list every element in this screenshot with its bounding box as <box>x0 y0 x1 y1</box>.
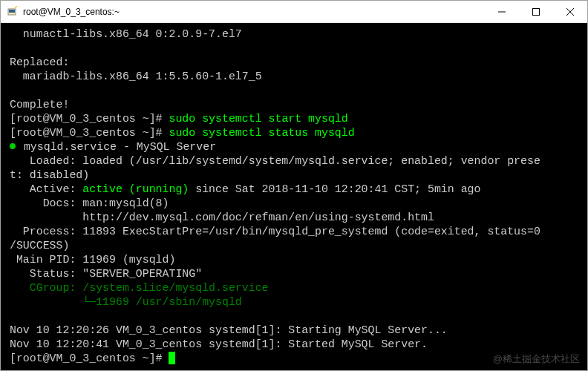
line: └─11969 /usr/sbin/mysqld <box>10 296 242 308</box>
svg-line-2 <box>15 6 17 8</box>
line: t: disabled) <box>10 169 89 181</box>
line: Nov 10 12:20:41 VM_0_3_centos systemd[1]… <box>10 338 428 350</box>
line: mysqld.service - MySQL Server <box>17 141 216 153</box>
line: since Sat 2018-11-10 12:20:41 CST; 5min … <box>189 183 480 195</box>
command: sudo systemctl status mysqld <box>169 127 354 139</box>
line: Active: <box>10 183 82 195</box>
prompt: [root@VM_0_3_centos ~]# <box>10 352 169 364</box>
line: Complete! <box>10 99 69 111</box>
svg-rect-4 <box>533 8 540 15</box>
terminal-output[interactable]: numactl-libs.x86_64 0:2.0.9-7.el7 Replac… <box>1 23 587 370</box>
line: Main PID: 11969 (mysqld) <box>10 254 175 266</box>
putty-icon <box>7 6 19 18</box>
maximize-button[interactable] <box>519 1 553 23</box>
command: sudo systemctl start mysqld <box>169 113 347 125</box>
line: /SUCCESS) <box>10 240 69 252</box>
line: Process: 11893 ExecStartPre=/usr/bin/mys… <box>10 226 540 237</box>
line: Nov 10 12:20:26 VM_0_3_centos systemd[1]… <box>10 324 448 336</box>
line: mariadb-libs.x86_64 1:5.5.60-1.el7_5 <box>10 70 262 82</box>
svg-rect-1 <box>9 10 15 13</box>
line: Loaded: loaded (/usr/lib/systemd/system/… <box>10 155 540 167</box>
line: Replaced: <box>10 56 69 68</box>
line: numactl-libs.x86_64 0:2.0.9-7.el7 <box>10 28 242 40</box>
window-controls <box>485 1 587 23</box>
window-frame: root@VM_0_3_centos:~ numactl-libs.x86_64… <box>0 0 588 371</box>
active-status: active (running) <box>82 183 189 195</box>
line: Docs: man:mysqld(8) <box>10 197 169 209</box>
line: http://dev.mysql.com/doc/refman/en/using… <box>10 211 434 223</box>
line: Status: "SERVER_OPERATING" <box>10 268 202 280</box>
minimize-button[interactable] <box>485 1 519 23</box>
status-bullet-icon <box>10 143 16 149</box>
close-button[interactable] <box>553 1 587 23</box>
window-title: root@VM_0_3_centos:~ <box>23 7 485 17</box>
prompt: [root@VM_0_3_centos ~]# <box>10 113 169 125</box>
line: CGroup: /system.slice/mysqld.service <box>10 282 269 294</box>
cursor-icon <box>169 352 175 364</box>
prompt: [root@VM_0_3_centos ~]# <box>10 127 169 139</box>
watermark: @稀土掘金技术社区 <box>493 352 580 366</box>
titlebar[interactable]: root@VM_0_3_centos:~ <box>1 1 587 23</box>
